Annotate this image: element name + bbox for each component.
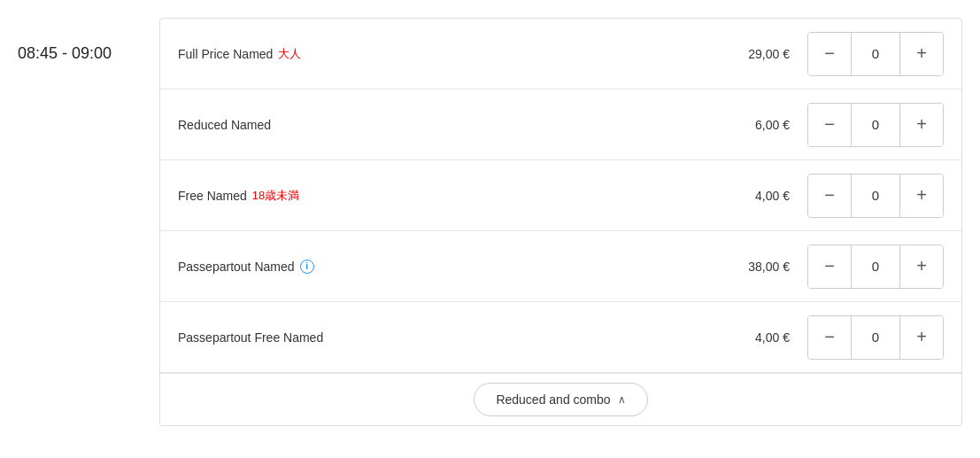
ticket-price: 4,00 € [710,330,790,345]
ticket-name-label: Passepartout Named [178,260,295,274]
decrement-button[interactable]: − [808,33,851,75]
ticket-row: Reduced Named6,00 €−0+ [160,89,961,160]
ticket-price: 29,00 € [710,47,790,61]
increment-button[interactable]: + [900,316,943,359]
ticket-row: Full Price Named大人29,00 €−0+ [160,19,961,89]
stepper-passepartout-named: −0+ [807,245,944,289]
ticket-price: 38,00 € [710,260,790,274]
ticket-name-label: Full Price Named [178,47,273,61]
ticket-price: 4,00 € [710,189,790,203]
ticket-table: Full Price Named大人29,00 €−0+Reduced Name… [159,18,962,426]
ticket-price: 6,00 € [710,118,790,132]
ticket-row: Passepartout Free Named4,00 €−0+ [160,302,961,373]
stepper-value: 0 [851,104,900,146]
ticket-name-full-price-named: Full Price Named大人 [178,46,710,62]
ticket-name-label: Reduced Named [178,118,271,132]
stepper-value: 0 [851,175,900,217]
ticket-row: Free Named18歳未満4,00 €−0+ [160,160,961,231]
ticket-tag: 大人 [278,46,301,62]
increment-button[interactable]: + [900,245,943,288]
ticket-name-passepartout-free-named: Passepartout Free Named [178,330,710,345]
stepper-full-price-named: −0+ [807,32,944,76]
increment-button[interactable]: + [900,104,943,146]
stepper-reduced-named: −0+ [807,103,944,147]
chevron-up-icon: ∧ [618,393,626,406]
decrement-button[interactable]: − [808,175,851,217]
decrement-button[interactable]: − [808,245,851,288]
stepper-value: 0 [851,33,900,75]
ticket-row: Passepartout Namedi38,00 €−0+ [160,231,961,302]
ticket-tag: 18歳未満 [252,188,299,204]
stepper-free-named: −0+ [807,174,944,218]
stepper-value: 0 [851,316,900,359]
increment-button[interactable]: + [900,175,943,217]
info-icon[interactable]: i [300,260,314,274]
combo-label: Reduced and combo [496,392,610,407]
ticket-name-label: Passepartout Free Named [178,330,323,345]
ticket-name-reduced-named: Reduced Named [178,118,710,132]
combo-bar: Reduced and combo∧ [160,373,961,425]
decrement-button[interactable]: − [808,316,851,359]
increment-button[interactable]: + [900,33,943,75]
ticket-name-free-named: Free Named18歳未満 [178,188,710,204]
combo-button[interactable]: Reduced and combo∧ [474,383,647,416]
decrement-button[interactable]: − [808,104,851,146]
ticket-name-passepartout-named: Passepartout Namedi [178,260,710,274]
time-label: 08:45 - 09:00 [18,18,159,63]
ticket-name-label: Free Named [178,189,247,203]
page-wrapper: 08:45 - 09:00 Full Price Named大人29,00 €−… [0,0,980,458]
stepper-value: 0 [851,245,900,288]
stepper-passepartout-free-named: −0+ [807,315,944,360]
